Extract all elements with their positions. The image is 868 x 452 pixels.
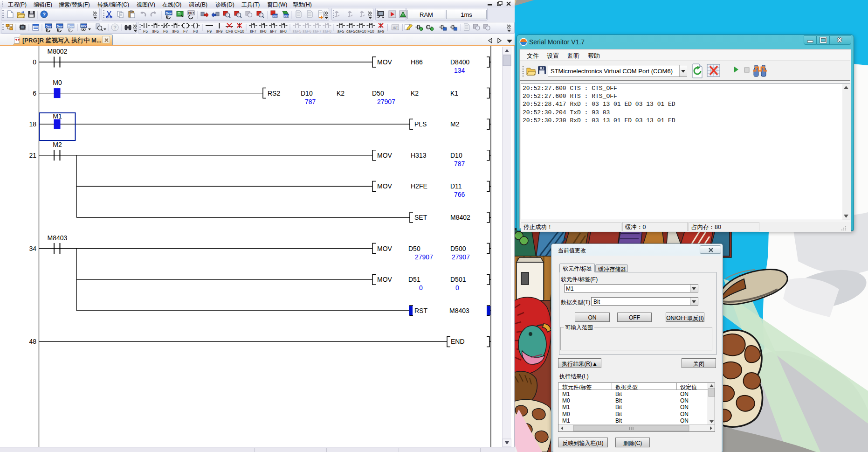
svg-text:27907: 27907 [415, 253, 433, 261]
svg-text:Dev: Dev [272, 14, 278, 17]
svg-text:saF8: saF8 [323, 29, 331, 34]
svg-text:MOV: MOV [377, 58, 393, 66]
svg-text:D10: D10 [450, 152, 462, 159]
svg-text:H2FE: H2FE [411, 182, 427, 190]
svg-text:?: ? [42, 12, 46, 17]
svg-text:Dev: Dev [68, 25, 74, 28]
svg-text:787: 787 [305, 98, 316, 105]
svg-text:0: 0 [33, 58, 36, 66]
svg-text:MOV: MOV [377, 245, 393, 252]
svg-text:M8402: M8402 [450, 214, 470, 221]
svg-text:MOV: MOV [377, 182, 393, 190]
svg-text:D51: D51 [408, 276, 420, 283]
svg-text:RST: RST [414, 307, 427, 314]
svg-text:sF6: sF6 [172, 29, 179, 34]
svg-text:F10: F10 [367, 29, 374, 34]
svg-text:MOV: MOV [377, 276, 393, 283]
svg-text:27907: 27907 [377, 98, 395, 105]
svg-text:saF6: saF6 [303, 29, 311, 34]
svg-text:134: 134 [454, 67, 465, 74]
svg-text:D8400: D8400 [450, 58, 469, 66]
svg-text:Dev: Dev [57, 25, 63, 28]
svg-text:aF5: aF5 [338, 29, 344, 34]
svg-text:?: ? [113, 25, 117, 30]
svg-text:Dev: Dev [81, 24, 87, 28]
svg-text:34: 34 [29, 245, 36, 252]
svg-text:M2: M2 [53, 141, 62, 148]
svg-text:IST: IST [393, 26, 399, 29]
svg-text:F8: F8 [193, 29, 198, 34]
svg-text:6: 6 [33, 90, 36, 97]
svg-text:CF10: CF10 [234, 29, 244, 34]
svg-text:27907: 27907 [452, 253, 470, 261]
svg-text:sF8: sF8 [260, 29, 266, 34]
svg-text:CF9: CF9 [226, 29, 233, 34]
svg-text:SET: SET [414, 214, 427, 221]
svg-text:21: 21 [29, 152, 36, 159]
svg-text:766: 766 [454, 191, 465, 198]
svg-text:M8002: M8002 [48, 48, 68, 55]
svg-text:Dev: Dev [166, 12, 172, 15]
svg-text:D500: D500 [450, 245, 466, 252]
svg-text:K2: K2 [337, 90, 344, 97]
svg-text:D50: D50 [372, 90, 384, 97]
svg-text:18: 18 [29, 120, 36, 128]
svg-text:sF5: sF5 [152, 29, 158, 34]
svg-text:F6: F6 [163, 29, 168, 34]
svg-text:RS2: RS2 [268, 90, 280, 97]
svg-text:48: 48 [29, 338, 36, 345]
svg-text:D501: D501 [450, 276, 466, 283]
svg-text:sF9: sF9 [216, 29, 222, 34]
svg-text:F5: F5 [143, 29, 148, 34]
svg-text:K2: K2 [411, 90, 419, 97]
svg-text:D50: D50 [408, 245, 420, 252]
svg-text:caF5: caF5 [346, 29, 355, 34]
svg-text:H86: H86 [411, 58, 423, 66]
svg-text:F9: F9 [207, 29, 212, 34]
svg-text:M0: M0 [53, 79, 62, 86]
svg-text:HKY: HKY [188, 11, 194, 14]
svg-text:aF9: aF9 [378, 29, 385, 34]
svg-text:M8403: M8403 [449, 307, 469, 314]
svg-text:M2: M2 [450, 120, 460, 128]
svg-text:caF10: caF10 [355, 29, 366, 34]
svg-text:saF7: saF7 [313, 29, 322, 34]
svg-text:aF7: aF7 [270, 29, 277, 34]
svg-text:aF8: aF8 [280, 29, 287, 34]
svg-text:saF5: saF5 [293, 29, 302, 34]
svg-text:END: END [451, 338, 465, 345]
svg-text:M8403: M8403 [48, 234, 68, 242]
svg-text:K1: K1 [450, 90, 458, 97]
svg-text:Dev: Dev [283, 14, 289, 17]
svg-text:D11: D11 [450, 182, 462, 190]
svg-text:787: 787 [454, 160, 465, 167]
svg-text:0: 0 [455, 284, 459, 292]
svg-text:M1: M1 [53, 112, 62, 120]
svg-text:sF7: sF7 [250, 29, 256, 34]
svg-text:0: 0 [419, 284, 423, 292]
svg-text:PLS: PLS [414, 120, 427, 128]
svg-text:MOV: MOV [377, 152, 393, 159]
svg-text:Dev: Dev [46, 25, 52, 28]
svg-text:H313: H313 [411, 152, 427, 159]
svg-text:D10: D10 [301, 90, 313, 97]
svg-text:F7: F7 [183, 29, 188, 34]
